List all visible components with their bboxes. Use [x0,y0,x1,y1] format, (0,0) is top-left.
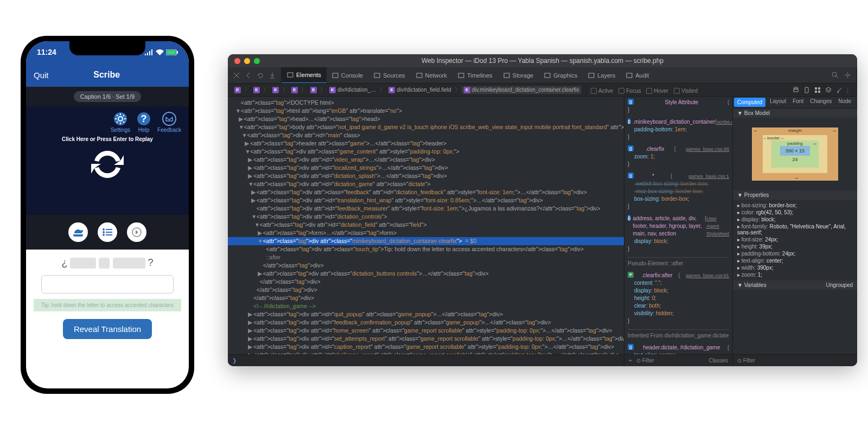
next-button[interactable] [127,222,146,242]
tab-elements[interactable]: Elements [282,67,327,83]
dom-node[interactable]: ▶<attr">class="tag">form>…</attr">class=… [228,229,624,237]
console-chevron-icon[interactable]: ❯ [232,358,237,363]
css-rule[interactable]: {}Style Attribute {} [628,99,729,114]
tab-timelines[interactable]: Timelines [452,67,498,83]
tab-audit[interactable]: Audit [621,67,654,83]
refresh-icon[interactable] [257,72,264,79]
computed-property[interactable]: ▸ text-align: center; [737,257,853,264]
dom-node[interactable]: ▶<attr">class="tag">div attr">id="video_… [228,156,624,164]
rtab-font[interactable]: Font [789,97,807,108]
breadcrumb-item[interactable]: E [251,86,262,94]
state-active[interactable]: Active [591,88,613,94]
dom-node[interactable]: ▶<attr">class="tag">div attr">class="dic… [228,270,624,278]
breadcrumb-item[interactable]: E [289,86,300,94]
styles-pane[interactable]: {}Style Attribute {}{}.minikeyboard_dict… [624,97,732,354]
dom-node[interactable]: ::after [228,253,624,261]
slow-button[interactable] [68,222,88,242]
tab-storage[interactable]: Storage [498,67,539,83]
replay-overlay[interactable]: Click Here or Press Enter to Replay [62,136,153,186]
grid-icon[interactable] [814,87,821,93]
rtab-layers[interactable]: Layers [854,97,857,108]
rtab-node[interactable]: Node [835,97,854,108]
dom-node[interactable]: ▶<attr">class="tag">div attr">id="feedba… [228,318,624,327]
dom-node[interactable]: <attr">class="tag">!DOCTYPE html> [228,99,624,107]
state-visited[interactable]: Visited [674,88,698,94]
dom-node[interactable]: ▶<attr">class="tag">div attr">id="home_s… [228,327,624,335]
settings-button[interactable]: Settings [111,112,130,133]
computed-property[interactable]: ▸ color: rgb(42, 50, 53); [737,209,853,216]
dom-node[interactable]: </attr">class="tag">div> [228,286,624,294]
dom-node[interactable]: <attr">class="tag">div attr">class="touc… [228,245,624,253]
dom-node[interactable]: ▶<attr">class="tag">div attr">id="set_at… [228,335,624,343]
dom-node[interactable]: ▼<attr">class="tag">div attr">id="dictat… [228,221,624,229]
dom-node[interactable]: </attr">class="tag">div> [228,261,624,270]
back-icon[interactable] [245,72,252,79]
css-rule[interactable]: Inherited From div#dictation_game.dictat… [628,329,729,340]
breadcrumb-item[interactable]: E [232,86,243,94]
tab-console[interactable]: Console [327,67,368,83]
rtab-changes[interactable]: Changes [807,97,835,108]
dom-node[interactable]: ▶<attr">class="tag">header attr">class="… [228,139,624,148]
caption-pill[interactable]: Caption 1/6 · Set 1/9 [74,91,141,102]
list-button[interactable] [98,222,117,242]
tab-network[interactable]: Network [411,67,452,83]
css-rule[interactable]: {}header.dictate, #dictation_game {text-… [628,344,729,354]
css-rule[interactable]: {}.clearfix {games_base.css:68zoom: 1;} [628,145,729,168]
computed-property[interactable]: ▸ padding-bottom: 24px; [737,250,853,257]
dom-node[interactable]: </attr">class="tag">div> [228,294,624,302]
computed-properties[interactable]: ▸ box-sizing: border-box;▸ color: rgb(42… [733,200,857,280]
tab-sources[interactable]: Sources [368,67,410,83]
dom-node[interactable]: ▼<attr">class="tag">body attr">class="no… [228,123,624,131]
rtab-computed[interactable]: Computed [734,98,765,107]
quit-button[interactable]: Quit [34,71,49,80]
css-rule[interactable]: {}* {games_base.css:1-webkit-box-sizing:… [628,173,729,210]
settings-icon[interactable] [844,72,851,79]
state-focus[interactable]: Focus [618,88,641,94]
state-hover[interactable]: Hover [646,88,668,94]
css-rule[interactable]: Pseudo-Element ::after [628,257,729,267]
computed-filter-input[interactable]: ⊙ Filter [737,358,853,363]
tab-layers[interactable]: Layers [583,67,621,83]
phone-icon[interactable] [803,87,810,93]
download-icon[interactable] [269,72,276,79]
breadcrumb-item[interactable]: E [308,86,319,94]
breadcrumb-item[interactable]: Ediv#dictation_… [327,86,378,94]
dom-node[interactable]: </attr">class="tag">div> [228,278,624,286]
css-rule[interactable]: {}address, article, aside, div, footer, … [628,215,729,253]
help-button[interactable]: ? Help [137,112,151,133]
add-rule-button[interactable]: + [629,358,632,363]
dom-node[interactable]: ▶<attr">class="tag">div attr">id="dictat… [228,172,624,180]
dom-node[interactable]: <attr">class="tag">div attr">id="feedbac… [228,205,624,213]
layers-icon[interactable] [825,87,832,93]
styles-filter-input[interactable]: ⊙ Filter [636,358,705,363]
tab-graphics[interactable]: Graphics [539,67,583,83]
feedback-button[interactable]: Feedback [157,112,181,133]
variables-header[interactable]: ▼ VariablesUngrouped [733,280,857,290]
dom-node[interactable]: ▼<attr">class="tag">div attr">id="dictat… [228,213,624,221]
dom-node[interactable]: ▶<attr">class="tag">div attr">class="fee… [228,188,624,196]
dom-node[interactable]: ▼<attr">class="tag">div attr">class="gam… [228,148,624,156]
computed-property[interactable]: ▸ box-sizing: border-box; [737,202,853,209]
dom-node[interactable]: ▼<attr">class="tag">div attr">id="main" … [228,131,624,139]
dom-node[interactable]: ▶<attr">class="tag">div attr">id="quit_p… [228,310,624,318]
dom-node[interactable]: ▶<attr">class="tag">div attr">id="transl… [228,196,624,205]
dom-tree[interactable]: <attr">class="tag">!DOCTYPE html> ▼<attr… [228,97,624,354]
properties-header[interactable]: ▼ Properties [733,190,857,200]
reveal-button[interactable]: Reveal Translation [63,319,152,339]
breadcrumb-item[interactable]: Ediv.minikeyboard_dictation_container.cl… [462,86,582,94]
close-icon[interactable] [233,72,240,79]
answer-input[interactable] [41,275,174,293]
video-player[interactable]: Settings ? Help Feedback Click Here or P… [26,106,189,215]
breadcrumb-item[interactable]: Ediv#dictation_field.field [386,86,454,94]
classes-toggle[interactable]: Classes [709,358,728,363]
search-icon[interactable] [832,72,839,79]
print-icon[interactable] [793,87,799,93]
computed-property[interactable]: ▸ width: 390px; [737,264,853,271]
box-model-header[interactable]: ▼ Box Model [733,108,857,118]
css-rule[interactable]: P.clearfix:after {games_base.css:61conte… [628,272,729,325]
rtab-layout[interactable]: Layout [767,97,789,108]
dom-node[interactable]: ▼<attr">class="tag">div attr">class="min… [228,237,624,245]
breadcrumb-item[interactable]: E [270,86,281,94]
dom-node[interactable]: ▶<attr">class="tag">head>…</attr">class=… [228,115,624,123]
dom-node[interactable]: <!-- /#dictation_game --> [228,302,624,310]
